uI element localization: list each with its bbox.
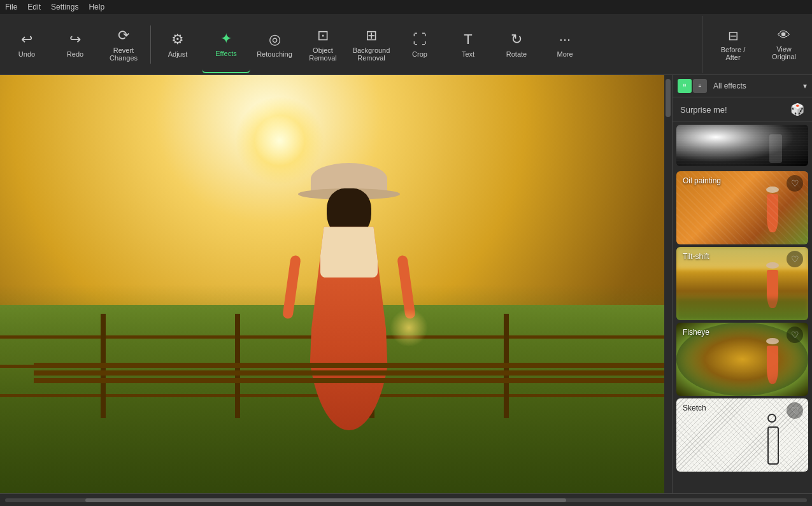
effects-list[interactable]: Oil painting ♡ Tilt-shift ♡ bbox=[673, 169, 812, 493]
fisheye-figure bbox=[763, 338, 782, 389]
effects-filter: ⠿ ≡ All effects ▾ bbox=[673, 75, 812, 97]
figure bbox=[285, 163, 413, 430]
redo-icon: ↪ bbox=[69, 31, 81, 48]
retouching-label: Retouching bbox=[257, 50, 292, 58]
oil-painting-label: Oil painting bbox=[683, 176, 721, 185]
dress bbox=[308, 227, 390, 430]
revert-label: Revert Changes bbox=[110, 46, 138, 62]
crop-label: Crop bbox=[412, 50, 427, 58]
before-after-label: Before / After bbox=[721, 46, 746, 61]
object-removal-icon: ⊡ bbox=[317, 27, 329, 44]
bg-removal-icon: ⊞ bbox=[366, 27, 377, 44]
arm-left bbox=[282, 255, 301, 320]
before-after-icon: ⊟ bbox=[728, 28, 739, 43]
main-area: ⠿ ≡ All effects ▾ Surprise me! 🎲 bbox=[0, 75, 812, 493]
text-button[interactable]: T Text bbox=[444, 16, 492, 73]
surprise-label: Surprise me! bbox=[680, 105, 727, 115]
lens-flare bbox=[390, 309, 428, 347]
before-after-button[interactable]: ⊟ Before / After bbox=[708, 16, 759, 73]
object-removal-button[interactable]: ⊡ Object Removal bbox=[299, 16, 347, 73]
adjust-label: Adjust bbox=[168, 50, 188, 58]
menu-help[interactable]: Help bbox=[89, 3, 104, 11]
text-label: Text bbox=[462, 50, 474, 58]
scrollbar-track bbox=[5, 498, 807, 502]
effect-oil-painting[interactable]: Oil painting ♡ bbox=[676, 171, 808, 244]
more-icon: ··· bbox=[559, 31, 571, 48]
redo-label: Redo bbox=[67, 50, 83, 58]
retouching-button[interactable]: ◎ Retouching bbox=[250, 16, 299, 73]
object-removal-label: Object Removal bbox=[309, 46, 336, 62]
surprise-figure bbox=[769, 134, 782, 163]
view-original-label: View Original bbox=[772, 45, 796, 60]
fence-post-1 bbox=[101, 314, 106, 418]
canvas-bg bbox=[0, 75, 672, 493]
surprise-thumbnail[interactable] bbox=[676, 125, 808, 166]
undo-icon: ↩ bbox=[21, 31, 32, 48]
sketch-favorite[interactable]: ♡ bbox=[787, 402, 803, 419]
rotate-icon: ↻ bbox=[511, 31, 522, 48]
crop-icon: ⛶ bbox=[413, 31, 427, 48]
list-view-button[interactable]: ≡ bbox=[693, 79, 707, 93]
filter-label: All effects bbox=[709, 81, 801, 90]
grid-view-button[interactable]: ⠿ bbox=[678, 79, 692, 93]
rotate-label: Rotate bbox=[506, 50, 527, 58]
fisheye-label: Fisheye bbox=[683, 328, 709, 337]
more-label: More bbox=[557, 50, 573, 58]
effect-tilt-shift[interactable]: Tilt-shift ♡ bbox=[676, 247, 808, 320]
menu-edit[interactable]: Edit bbox=[27, 3, 41, 11]
surprise-me-button[interactable]: Surprise me! 🎲 bbox=[673, 97, 812, 122]
surprise-scene bbox=[676, 125, 808, 166]
adjust-button[interactable]: ⚙ Adjust bbox=[153, 16, 202, 73]
bg-removal-button[interactable]: ⊞ Background Removal bbox=[347, 16, 395, 73]
scene bbox=[0, 75, 672, 493]
scrollbar-thumb[interactable] bbox=[85, 498, 566, 502]
adjust-icon: ⚙ bbox=[171, 31, 184, 48]
revert-button[interactable]: ⟳ Revert Changes bbox=[99, 16, 148, 73]
tilt-shift-favorite[interactable]: ♡ bbox=[787, 251, 803, 267]
undo-button[interactable]: ↩ Undo bbox=[3, 16, 51, 73]
effect-fisheye[interactable]: Fisheye ♡ bbox=[676, 323, 808, 396]
retouching-icon: ◎ bbox=[269, 31, 281, 48]
tilt-shift-label: Tilt-shift bbox=[683, 252, 709, 261]
undo-label: Undo bbox=[18, 50, 35, 58]
fence-post-4 bbox=[504, 314, 509, 418]
grid-icons: ⠿ ≡ bbox=[678, 79, 707, 93]
crop-button[interactable]: ⛶ Crop bbox=[395, 16, 444, 73]
surprise-thumb-bg bbox=[676, 125, 808, 166]
vertical-scrollbar[interactable] bbox=[664, 75, 672, 493]
horizontal-scrollbar[interactable] bbox=[0, 493, 812, 506]
toolbar: ↩ Undo ↪ Redo ⟳ Revert Changes ⚙ Adjust … bbox=[0, 14, 812, 75]
more-button[interactable]: ··· More bbox=[541, 16, 589, 73]
vscroll-thumb[interactable] bbox=[666, 79, 671, 117]
menubar: File Edit Settings Help bbox=[0, 0, 812, 14]
menu-file[interactable]: File bbox=[5, 3, 17, 11]
dice-icon: 🎲 bbox=[790, 102, 804, 116]
menu-settings[interactable]: Settings bbox=[51, 3, 78, 11]
oil-figure bbox=[763, 186, 782, 237]
redo-button[interactable]: ↪ Redo bbox=[51, 16, 99, 73]
sketch-figure bbox=[767, 426, 779, 465]
view-original-icon: 👁 bbox=[778, 28, 790, 43]
revert-icon: ⟳ bbox=[118, 27, 129, 44]
fence-post-2 bbox=[235, 314, 240, 418]
sketch-label: Sketch bbox=[683, 404, 706, 412]
sketch-head bbox=[767, 414, 776, 423]
effects-button[interactable]: ✦ Effects bbox=[202, 16, 250, 73]
rotate-button[interactable]: ↻ Rotate bbox=[492, 16, 541, 73]
separator-1 bbox=[150, 25, 151, 64]
dropdown-arrow-icon[interactable]: ▾ bbox=[803, 81, 807, 90]
effect-sketch[interactable]: Sketch ♡ bbox=[676, 398, 808, 472]
right-panel: ⠿ ≡ All effects ▾ Surprise me! 🎲 bbox=[672, 75, 812, 493]
view-original-button[interactable]: 👁 View Original bbox=[759, 16, 809, 73]
bg-removal-label: Background Removal bbox=[353, 46, 390, 62]
effects-label: Effects bbox=[215, 50, 236, 57]
sun bbox=[235, 96, 324, 185]
oil-painting-favorite[interactable]: ♡ bbox=[787, 175, 803, 192]
fence-rail-2 bbox=[0, 365, 672, 368]
effects-icon: ✦ bbox=[220, 31, 232, 47]
fisheye-favorite[interactable]: ♡ bbox=[787, 327, 803, 343]
text-icon: T bbox=[464, 31, 472, 48]
canvas-area[interactable] bbox=[0, 75, 672, 493]
tilt-figure bbox=[763, 262, 782, 313]
